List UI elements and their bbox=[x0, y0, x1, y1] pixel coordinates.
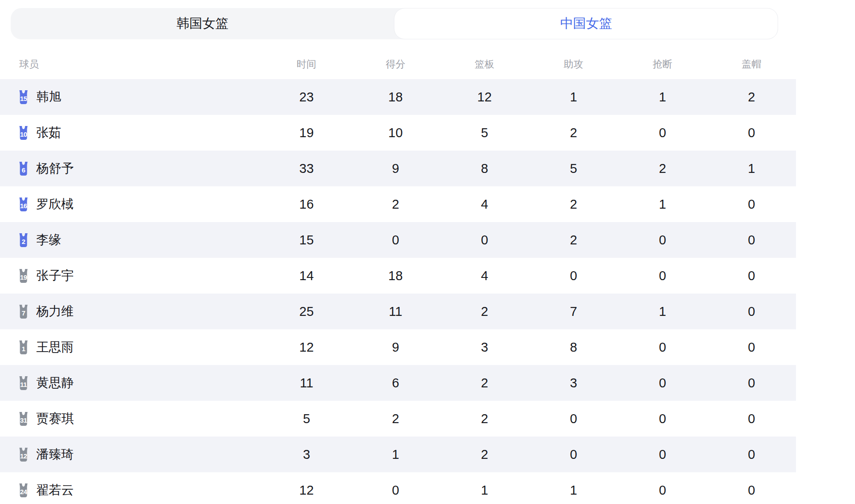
stat-cell-minutes: 19 bbox=[262, 126, 351, 140]
stat-cell-points: 11 bbox=[351, 304, 440, 319]
table-row[interactable]: 11 黄思静 11 6 2 3 0 0 bbox=[0, 365, 796, 401]
player-cell: 10 张茹 bbox=[0, 124, 262, 141]
stat-cell-points: 2 bbox=[351, 197, 440, 212]
stat-cell-rebounds: 4 bbox=[440, 197, 529, 212]
stat-cell-assists: 2 bbox=[529, 233, 618, 248]
jersey-icon: 2 bbox=[17, 233, 30, 248]
table-row[interactable]: 10 张茹 19 10 5 2 0 0 bbox=[0, 115, 796, 151]
stat-cell-assists: 8 bbox=[529, 340, 618, 355]
stat-cell-assists: 3 bbox=[529, 376, 618, 391]
stat-cell-minutes: 14 bbox=[262, 269, 351, 283]
stat-cell-blocks: 0 bbox=[707, 269, 796, 283]
player-name: 贾赛琪 bbox=[36, 410, 74, 427]
stat-cell-minutes: 5 bbox=[262, 412, 351, 426]
player-cell: 1 王思雨 bbox=[0, 339, 262, 356]
player-name: 潘臻琦 bbox=[36, 446, 74, 463]
jersey-number: 31 bbox=[17, 417, 30, 424]
player-cell: 12 潘臻琦 bbox=[0, 446, 262, 463]
player-name: 翟若云 bbox=[36, 482, 74, 499]
tab-china-team[interactable]: 中国女篮 bbox=[394, 8, 778, 39]
stat-cell-minutes: 12 bbox=[262, 340, 351, 355]
stat-cell-blocks: 0 bbox=[707, 376, 796, 391]
stat-cell-assists: 2 bbox=[529, 197, 618, 212]
jersey-number: 7 bbox=[17, 310, 30, 316]
player-name: 韩旭 bbox=[36, 88, 61, 105]
stat-cell-rebounds: 2 bbox=[440, 304, 529, 319]
table-row[interactable]: 7 杨力维 25 11 2 7 1 0 bbox=[0, 294, 796, 329]
stat-cell-rebounds: 12 bbox=[440, 90, 529, 105]
stat-cell-steals: 0 bbox=[618, 233, 707, 248]
stat-cell-minutes: 33 bbox=[262, 161, 351, 176]
table-row[interactable]: 15 韩旭 23 18 12 1 1 2 bbox=[0, 79, 796, 115]
stat-cell-rebounds: 5 bbox=[440, 126, 529, 140]
jersey-icon: 16 bbox=[17, 197, 30, 212]
column-header-rebounds: 篮板 bbox=[440, 58, 529, 71]
stat-cell-assists: 7 bbox=[529, 304, 618, 319]
stat-cell-blocks: 0 bbox=[707, 447, 796, 462]
jersey-icon: 11 bbox=[17, 376, 30, 391]
stat-cell-minutes: 23 bbox=[262, 90, 351, 105]
table-row[interactable]: 31 贾赛琪 5 2 2 0 0 0 bbox=[0, 401, 796, 437]
tab-korea-label: 韩国女篮 bbox=[177, 15, 229, 33]
jersey-number: 15 bbox=[17, 95, 30, 102]
table-row[interactable]: 6 杨舒予 33 9 8 5 2 1 bbox=[0, 151, 796, 186]
table-row[interactable]: 12 潘臻琦 3 1 2 0 0 0 bbox=[0, 437, 796, 472]
player-cell: 11 黄思静 bbox=[0, 374, 262, 391]
player-cell: 6 杨舒予 bbox=[0, 160, 262, 177]
stat-cell-blocks: 1 bbox=[707, 161, 796, 176]
stat-cell-blocks: 0 bbox=[707, 126, 796, 140]
table-row[interactable]: 19 张子宇 14 18 4 0 0 0 bbox=[0, 258, 796, 294]
stat-cell-rebounds: 2 bbox=[440, 447, 529, 462]
stat-cell-steals: 1 bbox=[618, 304, 707, 319]
player-name: 张子宇 bbox=[36, 267, 74, 284]
stat-cell-points: 9 bbox=[351, 340, 440, 355]
stat-cell-steals: 0 bbox=[618, 376, 707, 391]
table-row[interactable]: 24 翟若云 12 0 1 1 0 0 bbox=[0, 472, 796, 504]
stat-cell-steals: 0 bbox=[618, 447, 707, 462]
player-name: 李缘 bbox=[36, 231, 61, 248]
jersey-icon: 7 bbox=[17, 304, 30, 319]
tab-china-label: 中国女篮 bbox=[560, 15, 612, 33]
jersey-number: 10 bbox=[17, 131, 30, 138]
stat-cell-assists: 2 bbox=[529, 126, 618, 140]
stat-cell-steals: 0 bbox=[618, 269, 707, 283]
stat-cell-blocks: 0 bbox=[707, 197, 796, 212]
stat-cell-minutes: 15 bbox=[262, 233, 351, 248]
player-cell: 7 杨力维 bbox=[0, 303, 262, 320]
jersey-number: 19 bbox=[17, 274, 30, 281]
jersey-icon: 19 bbox=[17, 269, 30, 283]
jersey-icon: 1 bbox=[17, 340, 30, 355]
jersey-number: 6 bbox=[17, 167, 30, 173]
stat-cell-assists: 1 bbox=[529, 483, 618, 498]
column-header-minutes: 时间 bbox=[262, 58, 351, 71]
table-row[interactable]: 16 罗欣棫 16 2 4 2 1 0 bbox=[0, 186, 796, 222]
player-cell: 31 贾赛琪 bbox=[0, 410, 262, 427]
column-header-steals: 抢断 bbox=[618, 58, 707, 71]
stat-cell-assists: 0 bbox=[529, 269, 618, 283]
stat-cell-blocks: 0 bbox=[707, 340, 796, 355]
table-row[interactable]: 2 李缘 15 0 0 2 0 0 bbox=[0, 222, 796, 258]
player-name: 杨舒予 bbox=[36, 160, 74, 177]
jersey-icon: 10 bbox=[17, 126, 30, 140]
stat-cell-minutes: 11 bbox=[262, 376, 351, 391]
tab-korea-team[interactable]: 韩国女篮 bbox=[11, 8, 394, 39]
stat-cell-points: 2 bbox=[351, 412, 440, 426]
team-tab-bar: 韩国女篮 中国女篮 bbox=[11, 8, 778, 39]
jersey-icon: 24 bbox=[17, 483, 30, 498]
player-name: 罗欣棫 bbox=[36, 196, 74, 213]
player-table-body: 15 韩旭 23 18 12 1 1 2 10 张茹 19 10 5 2 0 0 bbox=[0, 79, 796, 504]
stat-cell-blocks: 0 bbox=[707, 483, 796, 498]
player-stats-table: 球员 时间 得分 篮板 助攻 抢断 盖帽 15 韩旭 23 18 12 1 1 … bbox=[0, 49, 796, 504]
stat-cell-minutes: 3 bbox=[262, 447, 351, 462]
player-cell: 24 翟若云 bbox=[0, 482, 262, 499]
stat-cell-rebounds: 1 bbox=[440, 483, 529, 498]
stat-cell-rebounds: 3 bbox=[440, 340, 529, 355]
stat-cell-points: 0 bbox=[351, 483, 440, 498]
stat-cell-rebounds: 2 bbox=[440, 412, 529, 426]
stat-cell-minutes: 16 bbox=[262, 197, 351, 212]
table-header-row: 球员 时间 得分 篮板 助攻 抢断 盖帽 bbox=[0, 49, 796, 79]
stat-cell-assists: 0 bbox=[529, 412, 618, 426]
stat-cell-blocks: 0 bbox=[707, 233, 796, 248]
table-row[interactable]: 1 王思雨 12 9 3 8 0 0 bbox=[0, 329, 796, 365]
stat-cell-steals: 2 bbox=[618, 161, 707, 176]
